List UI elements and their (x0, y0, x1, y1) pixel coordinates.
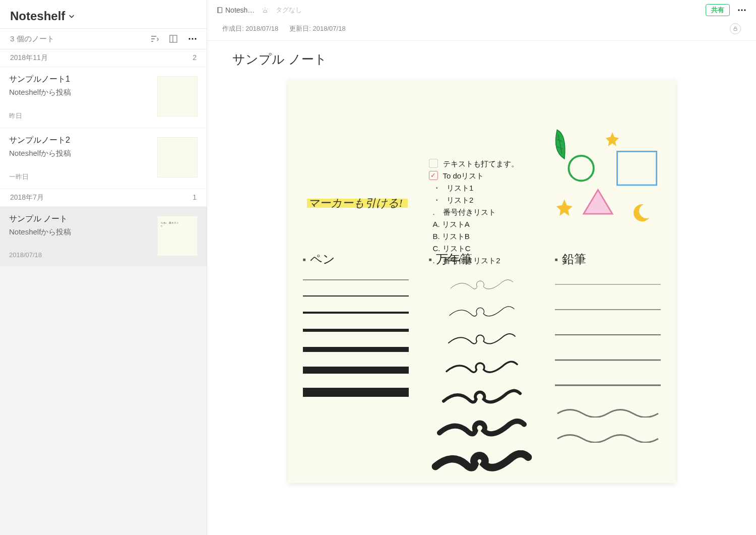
reminder-icon (262, 7, 269, 14)
svg-point-7 (738, 9, 739, 11)
note-page-image: マーカーも引ける! テキストも打てます。 ✓To doリスト ・ リスト1 ・ … (288, 80, 676, 483)
lock-icon[interactable] (730, 23, 741, 34)
notebook-name: Noteshelf (10, 9, 65, 23)
note-list-item[interactable]: サンプルノート2 Noteshelfから投稿 一昨日 (0, 128, 207, 189)
star-icon (605, 132, 619, 146)
fountain-pen-column: 万年筆 (429, 251, 535, 473)
typed-text-block: テキストも打てます。 ✓To doリスト ・ リスト1 ・ リスト2 . 番号付… (429, 158, 519, 267)
note-title[interactable]: サンプル ノート (232, 51, 731, 68)
notebook-selector[interactable]: Noteshelf (10, 9, 75, 23)
svg-point-3 (192, 38, 193, 39)
notebook-crumb[interactable]: Notesh… (216, 6, 255, 14)
svg-rect-10 (734, 28, 737, 31)
note-thumbnail (157, 137, 198, 177)
svg-point-8 (741, 9, 742, 11)
reminder-button[interactable] (262, 7, 269, 14)
note-list: 2018年11月2 サンプルノート1 Noteshelfから投稿 昨日 サンプル… (0, 49, 207, 266)
note-list-item[interactable]: サンプルノート1 Noteshelfから投稿 昨日 (0, 67, 207, 128)
note-editor: Notesh… タグなし 共有 作成日: 2018/07/18 更新日: 201… (207, 0, 756, 535)
more-button[interactable] (187, 34, 198, 44)
note-thumbnail (157, 76, 198, 116)
note-count-label: 3 個のノート (10, 34, 54, 44)
tag-label[interactable]: タグなし (276, 6, 302, 15)
chevron-down-icon (68, 13, 75, 20)
drawn-shapes (540, 125, 666, 226)
share-button[interactable]: 共有 (706, 4, 730, 16)
svg-point-9 (744, 9, 745, 11)
note-list-item[interactable]: サンプル ノート Noteshelfから投稿 2018/07/18 ﾏｰｶｰ テ… (0, 207, 207, 266)
view-toggle-button[interactable] (168, 34, 178, 44)
sort-button[interactable] (149, 34, 159, 44)
pencil-column: 鉛筆 (555, 251, 661, 473)
updated-date: 更新日: 2018/07/18 (289, 24, 345, 33)
note-more-button[interactable] (737, 5, 747, 15)
group-header: 2018年11月2 (0, 49, 207, 67)
circle-shape (569, 156, 594, 181)
svg-point-2 (188, 38, 190, 39)
group-header: 2018年7月1 (0, 189, 207, 207)
moon-icon (634, 204, 649, 221)
checkbox-checked-icon: ✓ (429, 171, 438, 180)
triangle-shape (583, 190, 612, 214)
highlight-text: マーカーも引ける! (308, 196, 403, 211)
note-thumbnail: ﾏｰｶｰ テキスト□ (157, 216, 198, 256)
star-icon (556, 200, 572, 216)
checkbox-unchecked-icon (429, 159, 438, 168)
pen-column: ペン (303, 251, 409, 473)
note-list-sidebar: Noteshelf 3 個のノート 2018年11月2 サンプルノート1 Not… (0, 0, 207, 535)
svg-rect-0 (170, 35, 177, 42)
square-shape (617, 151, 656, 185)
leaf-icon (555, 130, 564, 159)
notebook-icon (216, 7, 223, 14)
created-date: 作成日: 2018/07/18 (222, 24, 278, 33)
svg-point-4 (195, 38, 196, 39)
